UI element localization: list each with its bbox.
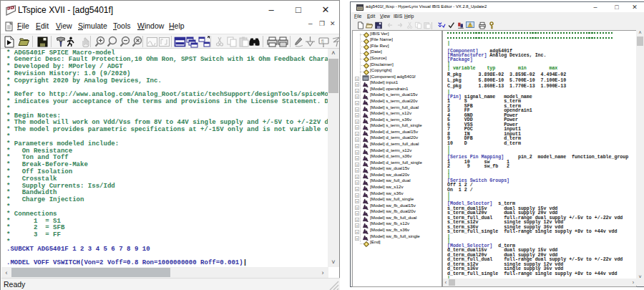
svg-text:f|: f| <box>321 39 324 44</box>
